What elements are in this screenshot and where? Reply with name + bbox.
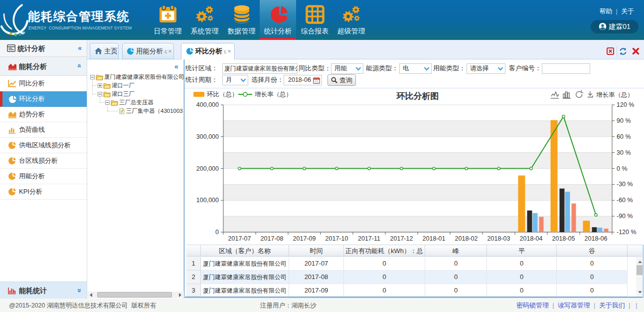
svg-text:增长率（总）: 增长率（总） bbox=[254, 91, 292, 98]
svg-text:0: 0 bbox=[215, 229, 219, 236]
svg-text:100,000: 100,000 bbox=[196, 197, 219, 204]
svg-text:2017-10: 2017-10 bbox=[325, 235, 348, 242]
svg-text:-60 %: -60 % bbox=[617, 197, 633, 204]
svg-text:2018-01: 2018-01 bbox=[423, 235, 446, 242]
svg-text:环比（总）: 环比（总） bbox=[206, 91, 238, 98]
svg-text:90 %: 90 % bbox=[617, 117, 631, 124]
svg-text:400,000: 400,000 bbox=[196, 101, 219, 108]
svg-text:2017-09: 2017-09 bbox=[293, 235, 316, 242]
svg-text:2018-03: 2018-03 bbox=[487, 235, 510, 242]
svg-text:环比分析图: 环比分析图 bbox=[396, 91, 439, 101]
svg-text:2018-04: 2018-04 bbox=[520, 235, 543, 242]
svg-text:300,000: 300,000 bbox=[196, 133, 219, 140]
svg-text:200,000: 200,000 bbox=[196, 165, 219, 172]
svg-text:2017-07: 2017-07 bbox=[228, 235, 251, 242]
svg-text:-30 %: -30 % bbox=[617, 181, 633, 188]
svg-text:-90 %: -90 % bbox=[617, 213, 633, 220]
svg-text:增长率（总）: 增长率（总） bbox=[596, 91, 634, 98]
svg-text:2017-08: 2017-08 bbox=[261, 235, 284, 242]
svg-text:2017-12: 2017-12 bbox=[390, 235, 413, 242]
svg-text:120 %: 120 % bbox=[617, 101, 634, 108]
svg-text:2018-05: 2018-05 bbox=[552, 235, 575, 242]
svg-text:-120 %: -120 % bbox=[617, 229, 637, 236]
svg-text:60 %: 60 % bbox=[617, 133, 631, 140]
svg-text:2017-11: 2017-11 bbox=[358, 235, 380, 242]
svg-text:2018-02: 2018-02 bbox=[455, 235, 478, 242]
svg-text:0 %: 0 % bbox=[617, 165, 628, 172]
svg-text:2018-06: 2018-06 bbox=[585, 235, 608, 242]
svg-text:30 %: 30 % bbox=[617, 149, 631, 156]
